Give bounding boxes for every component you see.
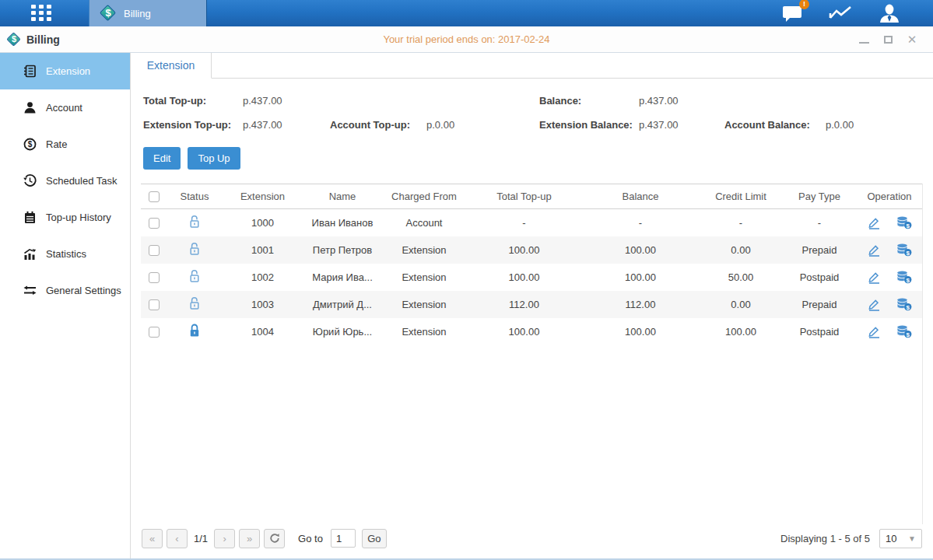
cell-charged-from: Extension — [381, 264, 467, 291]
top-up-button[interactable]: Top Up — [188, 147, 240, 170]
minimize-button[interactable] — [858, 34, 869, 45]
cell-extension: 1001 — [222, 236, 303, 264]
row-checkbox[interactable] — [149, 299, 160, 310]
sidebar-item-extension[interactable]: Extension — [0, 53, 130, 89]
resource-monitor-icon[interactable] — [829, 4, 854, 23]
edit-row-button[interactable] — [867, 243, 881, 257]
refresh-button[interactable] — [264, 529, 285, 548]
app-grid-icon[interactable] — [31, 5, 53, 22]
row-checkbox[interactable] — [149, 245, 160, 256]
tab-strip: Extension — [131, 53, 933, 79]
balance-value: p.437.00 — [639, 95, 724, 107]
sidebar-item-statistics[interactable]: Statistics — [0, 236, 130, 272]
topup-row-button[interactable]: $ — [896, 298, 912, 311]
cell-pay-type: - — [782, 209, 857, 236]
prev-page-button[interactable]: ‹ — [167, 529, 188, 548]
cell-status — [167, 291, 222, 318]
goto-label: Go to — [298, 533, 323, 544]
trial-message: Your trial period ends on: 2017-02-24 — [0, 33, 933, 45]
edit-pencil-icon — [867, 243, 881, 257]
edit-pencil-icon — [867, 216, 881, 229]
row-checkbox[interactable] — [149, 272, 160, 283]
row-checkbox[interactable] — [149, 218, 160, 229]
svg-text:$: $ — [906, 303, 910, 310]
cell-balance: 100.00 — [581, 236, 700, 264]
topup-row-button[interactable]: $ — [896, 216, 912, 229]
window-title-bar: $ Billing Your trial period ends on: 201… — [0, 26, 933, 53]
topup-coins-icon: $ — [896, 298, 912, 311]
topbar-right-icons: ! — [782, 0, 933, 26]
sidebar-item-account[interactable]: Account — [0, 89, 130, 126]
col-operation: Operation — [857, 184, 922, 209]
cell-extension: 1004 — [222, 318, 303, 345]
svg-text:$: $ — [906, 249, 910, 256]
top-bar: $ Billing ! — [0, 0, 933, 26]
svg-text:$: $ — [906, 222, 910, 229]
person-icon — [23, 101, 37, 114]
topup-row-button[interactable]: $ — [896, 325, 912, 338]
row-checkbox[interactable] — [149, 327, 160, 338]
tab-extension[interactable]: Extension — [131, 53, 212, 79]
sidebar-item-scheduled-task[interactable]: Scheduled Task — [0, 163, 130, 199]
svg-text:$: $ — [906, 276, 910, 283]
cell-extension: 1003 — [222, 291, 303, 318]
topup-coins-icon: $ — [896, 243, 912, 257]
balance-label: Balance: — [539, 95, 639, 107]
go-button[interactable]: Go — [362, 529, 387, 548]
sidebar-item-topup-history[interactable]: Top-up History — [0, 199, 130, 236]
cell-credit-limit: - — [700, 209, 782, 236]
cell-status — [167, 236, 222, 264]
cell-pay-type: Prepaid — [782, 291, 857, 318]
summary-right: Balance: p.437.00 Extension Balance: p.4… — [539, 89, 921, 137]
window-title: $ Billing — [0, 33, 60, 47]
cell-operation: $ — [857, 236, 922, 264]
locked-icon — [188, 324, 201, 338]
edit-row-button[interactable] — [867, 325, 881, 338]
sliders-icon — [23, 284, 37, 297]
topup-row-button[interactable]: $ — [896, 271, 912, 284]
edit-button[interactable]: Edit — [143, 147, 181, 170]
maximize-button[interactable] — [882, 34, 893, 45]
sidebar-item-general-settings[interactable]: General Settings — [0, 272, 130, 309]
app-tab-billing[interactable]: $ Billing — [89, 0, 207, 26]
edit-row-button[interactable] — [867, 298, 881, 311]
cell-name: Петр Петров — [303, 236, 381, 264]
cell-status — [167, 209, 222, 236]
sidebar-item-rate[interactable]: $ Rate — [0, 126, 130, 163]
col-extension: Extension — [222, 184, 303, 209]
cell-operation: $ — [857, 264, 922, 291]
sidebar-item-label: General Settings — [46, 285, 121, 296]
table-header-row: Status Extension Name Charged From Total… — [141, 184, 922, 209]
cell-total-topup: 100.00 — [467, 264, 581, 291]
select-all-checkbox[interactable] — [149, 191, 160, 202]
first-page-button[interactable]: « — [142, 529, 163, 548]
sidebar-item-label: Account — [46, 102, 82, 114]
extension-topup-label: Extension Top-up: — [143, 119, 243, 131]
next-page-button[interactable]: › — [214, 529, 235, 548]
close-button[interactable]: ✕ — [907, 34, 917, 45]
goto-page-input[interactable] — [331, 529, 356, 548]
page-size-select[interactable]: 10 ▼ — [879, 529, 922, 548]
chevron-down-icon: ▼ — [908, 534, 916, 543]
cell-status — [167, 264, 222, 291]
cell-charged-from: Account — [381, 209, 467, 236]
app-tab-label: Billing — [124, 8, 151, 19]
pagination-bar: « ‹ 1/1 › » Go to Go Displaying 1 - 5 of… — [131, 524, 933, 558]
col-charged-from: Charged From — [381, 184, 467, 209]
unlocked-icon — [188, 215, 201, 229]
topup-row-button[interactable]: $ — [896, 243, 912, 257]
extension-table-body: 1000Иван ИвановAccount----$1001Петр Петр… — [141, 209, 922, 345]
edit-row-button[interactable] — [867, 271, 881, 284]
col-name: Name — [303, 184, 381, 209]
notification-badge: ! — [799, 0, 809, 9]
billing-diamond-icon: $ — [7, 33, 21, 47]
cell-name: Юрий Юрь... — [303, 318, 381, 345]
messages-icon[interactable]: ! — [782, 4, 804, 23]
edit-row-button[interactable] — [867, 216, 881, 229]
cell-credit-limit: 50.00 — [700, 264, 782, 291]
last-page-button[interactable]: » — [239, 529, 260, 548]
cell-extension: 1000 — [222, 209, 303, 236]
user-account-icon[interactable] — [879, 4, 900, 23]
sidebar: Extension Account $ Rate — [0, 53, 131, 558]
billing-diamond-icon: $ — [100, 5, 117, 22]
